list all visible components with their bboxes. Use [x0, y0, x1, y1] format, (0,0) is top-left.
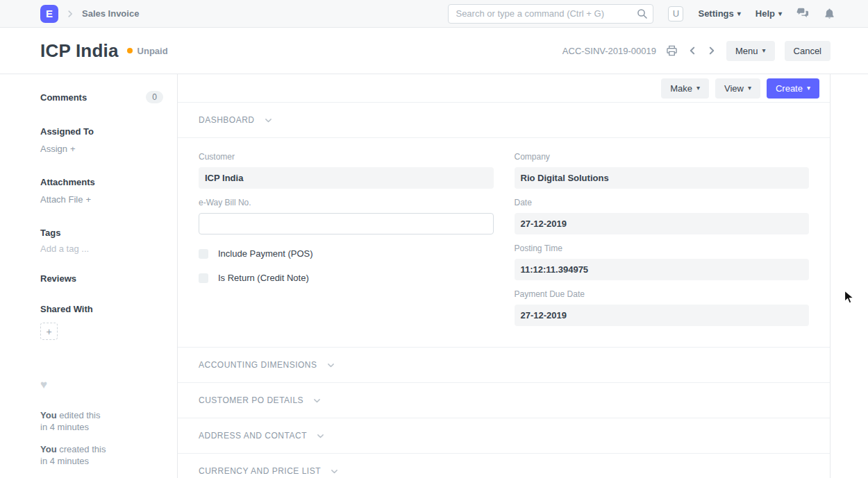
posting-time-field[interactable]: 11:12:11.394975 [515, 259, 810, 280]
section-currency-and-price-list[interactable]: CURRENCY AND PRICE LIST [178, 454, 830, 478]
make-button-label: Make [670, 83, 692, 94]
date-field[interactable]: 27-12-2019 [515, 213, 810, 234]
activity-action: created this [59, 444, 106, 454]
is-return-checkbox-row: Is Return (Credit Note) [199, 273, 494, 283]
status-label: Unpaid [137, 46, 168, 56]
page-title: ICP India [40, 40, 119, 62]
print-icon[interactable] [666, 45, 678, 56]
assign-label: Assign [40, 144, 67, 154]
chevron-down-icon: ▾ [807, 85, 810, 92]
eway-bill-input[interactable] [199, 213, 494, 234]
is-return-label: Is Return (Credit Note) [218, 273, 309, 283]
chevron-down-icon [264, 116, 273, 125]
breadcrumb-chevron-icon [65, 9, 75, 19]
is-return-checkbox[interactable] [199, 273, 208, 283]
assigned-to-heading: Assigned To [40, 126, 163, 137]
chevron-down-icon [326, 361, 335, 370]
chevron-down-icon: ▾ [778, 10, 782, 17]
section-accounting-dimensions-label: ACCOUNTING DIMENSIONS [199, 360, 317, 370]
menu-button[interactable]: Menu ▾ [726, 41, 775, 61]
prev-doc-chevron-left-icon[interactable] [687, 46, 697, 56]
payment-due-date-field-label: Payment Due Date [515, 289, 810, 299]
navbar: E Sales Invoice U Settings ▾ Help ▾ [0, 0, 868, 28]
reviews-heading: Reviews [40, 273, 163, 284]
breadcrumb[interactable]: Sales Invoice [82, 8, 139, 19]
create-button[interactable]: Create ▾ [767, 78, 819, 99]
right-gutter [831, 74, 868, 478]
comments-row: Comments 0 [40, 91, 163, 103]
title-area: ICP India Unpaid [40, 40, 168, 62]
avatar[interactable]: U [668, 6, 683, 22]
search-icon[interactable] [637, 8, 648, 22]
status-dot-icon [127, 48, 133, 53]
content: Comments 0 Assigned To Assign+ Attachmen… [0, 74, 868, 478]
search-wrap [448, 4, 653, 24]
attachments-heading: Attachments [40, 177, 163, 187]
navbar-left: E Sales Invoice [40, 5, 139, 23]
section-currency-and-price-list-label: CURRENCY AND PRICE LIST [199, 466, 321, 476]
help-menu[interactable]: Help ▾ [756, 8, 782, 19]
attach-file-button[interactable]: Attach File+ [40, 194, 163, 205]
chevron-down-icon [312, 396, 322, 405]
app-logo[interactable]: E [40, 5, 58, 23]
company-field[interactable]: Rio Digital Solutions [515, 167, 810, 189]
make-button[interactable]: Make ▾ [661, 78, 709, 99]
form-area: Make ▾ View ▾ Create ▾ DASHBOARD [177, 74, 831, 478]
fields-column-left: Customer ICP India e-Way Bill No. Includ… [199, 152, 494, 326]
activity-action: edited this [59, 410, 100, 420]
head-actions: ACC-SINV-2019-00019 Menu ▾ Cancel [562, 41, 831, 61]
customer-field-group: Customer ICP India [199, 152, 494, 189]
activity-when: in 4 minutes [40, 455, 163, 467]
view-button-label: View [724, 83, 744, 94]
comments-label[interactable]: Comments [40, 92, 87, 103]
customer-field[interactable]: ICP India [199, 167, 494, 189]
section-dashboard-label: DASHBOARD [199, 115, 255, 125]
section-customer-po-details[interactable]: CUSTOMER PO DETAILS [178, 383, 830, 418]
posting-time-field-label: Posting Time [515, 244, 810, 253]
posting-time-field-group: Posting Time 11:12:11.394975 [515, 244, 810, 280]
section-address-and-contact[interactable]: ADDRESS AND CONTACT [178, 418, 830, 454]
tags-heading: Tags [40, 228, 163, 238]
cancel-button[interactable]: Cancel [785, 41, 831, 61]
chat-icon[interactable] [796, 8, 810, 19]
add-tag-input[interactable]: Add a tag ... [40, 244, 163, 254]
chevron-down-icon: ▾ [762, 47, 766, 54]
settings-menu[interactable]: Settings ▾ [698, 8, 740, 19]
date-field-group: Date 27-12-2019 [515, 198, 810, 234]
chevron-down-icon: ▾ [737, 10, 741, 17]
section-accounting-dimensions[interactable]: ACCOUNTING DIMENSIONS [178, 348, 830, 383]
plus-icon: + [70, 144, 76, 154]
view-button[interactable]: View ▾ [715, 78, 760, 99]
include-payment-checkbox-row: Include Payment (POS) [199, 248, 494, 259]
notifications-bell-icon[interactable] [824, 8, 835, 19]
create-button-label: Create [776, 83, 803, 94]
activity-created: You created this in 4 minutes [40, 443, 163, 467]
payment-due-date-field[interactable]: 27-12-2019 [515, 305, 810, 326]
eway-bill-field-group: e-Way Bill No. [199, 198, 494, 234]
like-heart-icon[interactable]: ♥ [40, 378, 163, 392]
settings-label: Settings [698, 8, 733, 19]
navbar-right: U Settings ▾ Help ▾ [448, 4, 835, 24]
section-dashboard[interactable]: DASHBOARD [178, 103, 830, 138]
company-field-group: Company Rio Digital Solutions [515, 152, 810, 189]
search-input[interactable] [448, 4, 653, 24]
comments-count-badge[interactable]: 0 [146, 91, 163, 103]
include-payment-checkbox[interactable] [199, 249, 208, 259]
page-head: ICP India Unpaid ACC-SINV-2019-00019 Men… [0, 28, 868, 74]
assign-button[interactable]: Assign+ [40, 144, 163, 154]
chevron-down-icon [330, 467, 339, 476]
invoice-fields-section: Customer ICP India e-Way Bill No. Includ… [178, 138, 830, 348]
form-toolbar: Make ▾ View ▾ Create ▾ [178, 74, 830, 103]
section-address-and-contact-label: ADDRESS AND CONTACT [199, 431, 307, 441]
status-badge: Unpaid [127, 46, 168, 56]
cancel-button-label: Cancel [794, 46, 821, 56]
attach-file-label: Attach File [40, 194, 83, 205]
company-field-label: Company [515, 152, 810, 162]
section-customer-po-details-label: CUSTOMER PO DETAILS [199, 395, 303, 405]
customer-field-label: Customer [199, 152, 494, 162]
next-doc-chevron-right-icon[interactable] [707, 46, 717, 56]
include-payment-label: Include Payment (POS) [218, 248, 313, 259]
add-share-button[interactable]: + [40, 323, 58, 340]
shared-with-heading: Shared With [40, 304, 163, 314]
activity-who: You [40, 410, 57, 420]
